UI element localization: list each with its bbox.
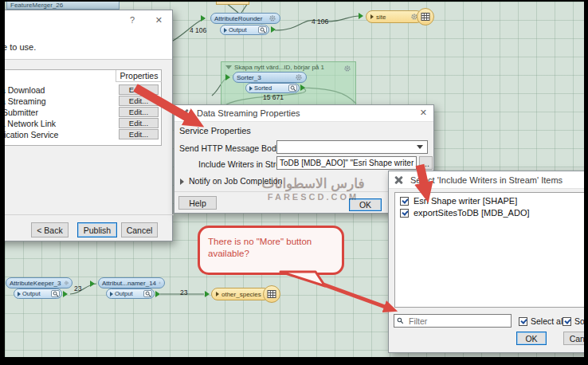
service-row-label: a Streaming — [1, 96, 46, 106]
dialog-title: Data Streaming Properties — [197, 108, 300, 118]
node-attribute-rounder[interactable]: AttributeRounder — [210, 13, 280, 24]
gear-icon[interactable] — [269, 14, 276, 22]
edge-count: 23 — [74, 285, 81, 292]
frame-border — [0, 357, 588, 365]
list-item[interactable]: Esri Shape writer [SHAPE] — [395, 193, 588, 206]
node-label: AttributeKeeper_3 — [10, 280, 61, 287]
edit-button-notification-service[interactable]: Edit... — [119, 129, 159, 139]
gear-icon[interactable] — [295, 73, 303, 81]
gear-icon[interactable] — [159, 279, 161, 287]
port-label: Output — [115, 290, 133, 297]
frame-border — [584, 0, 588, 365]
node-site-label: site — [376, 14, 386, 21]
port-output-renamer[interactable]: Output — [106, 288, 155, 299]
section-service-properties: Service Properties — [179, 126, 251, 135]
close-icon[interactable]: ✕ — [420, 108, 427, 118]
writer-item-label: exportSitesToDB [MDB_ADO] — [414, 208, 530, 218]
port-output-attribute-rounder[interactable]: Output — [220, 25, 269, 35]
port-label: Sorted — [254, 84, 272, 92]
writers-in-stream-field[interactable]: ToDB [MDB_ADO]" "Esri Shape writer [SHAP… — [276, 156, 417, 170]
node-attribute-rounder-label: AttributeRounder — [214, 15, 262, 22]
checkbox-checked-icon[interactable] — [519, 317, 527, 326]
node-sorter-label: Sorter_3 — [237, 74, 261, 81]
list-item[interactable]: exportSitesToDB [MDB_ADO] — [395, 206, 588, 219]
select-all-label: Select all — [531, 316, 565, 326]
gear-icon[interactable] — [343, 65, 351, 73]
browse-writers-button[interactable]: ... — [419, 156, 433, 170]
chevron-down-icon — [417, 145, 423, 149]
back-button[interactable]: < Back — [31, 222, 69, 237]
port-arrow-icon — [110, 292, 113, 296]
checkbox-checked-icon[interactable] — [400, 209, 409, 218]
table-inspect-icon[interactable] — [417, 8, 434, 26]
port-arrow-icon — [18, 292, 21, 296]
magnifier-icon[interactable] — [51, 290, 60, 297]
port-output-keeper[interactable]: Output — [14, 288, 62, 299]
node-feature-merger[interactable]: FeatureMerger_26 — [6, 1, 120, 10]
wizard-description: e to use. — [2, 42, 36, 52]
magnifier-icon[interactable] — [143, 290, 152, 297]
dialog-title: Select 'Include Writers in Stream' Items — [410, 175, 563, 185]
edit-button-data-streaming[interactable]: Edit... — [119, 96, 159, 106]
help-button[interactable]: Help — [178, 196, 217, 210]
group-title: Skapa nytt värd...ID, börjar på 1 — [225, 64, 324, 71]
close-icon[interactable]: ✕ — [155, 15, 163, 26]
filter-box[interactable] — [394, 314, 512, 328]
notify-section-label[interactable]: Notify on Job Completion — [189, 176, 282, 186]
select-writers-dialog: Select 'Include Writers in Stream' Items… — [388, 171, 588, 353]
frame-border — [0, 0, 588, 2]
node-attribute-keeper-3[interactable]: AttributeKeeper_3 — [6, 277, 73, 288]
chevron-right-icon[interactable] — [180, 179, 184, 185]
ok-button[interactable]: OK — [349, 198, 382, 211]
service-row-label: tification Service — [0, 130, 58, 139]
service-row-label: L Network Link — [1, 119, 56, 128]
magnifier-icon[interactable] — [288, 84, 297, 92]
edit-button-kml-network-link[interactable]: Edit... — [119, 118, 159, 128]
node-other-species-writer[interactable]: other_species — [211, 288, 270, 300]
gear-icon[interactable] — [64, 279, 69, 287]
port-arrow-icon — [249, 86, 253, 91]
node-sorter-3[interactable]: Sorter_3 — [233, 72, 307, 83]
ok-button[interactable]: OK — [516, 332, 547, 345]
publish-button[interactable]: Publish — [77, 222, 117, 237]
tools-icon — [394, 175, 403, 185]
feature-arrow-icon — [216, 292, 219, 296]
node-site-writer[interactable]: site — [366, 10, 423, 23]
port-sorted[interactable]: Sorted — [245, 83, 300, 93]
column-header-properties: Properties — [116, 70, 162, 82]
edge-count: 4 106 — [190, 26, 206, 34]
collapse-triangle-icon[interactable] — [225, 65, 232, 69]
checkbox-checked-icon[interactable] — [400, 197, 409, 206]
select-all-control[interactable]: Select all — [519, 316, 565, 326]
checkbox-checked-icon[interactable] — [563, 317, 571, 326]
edge-count: 23 — [180, 288, 187, 296]
edge-count: 4 106 — [312, 18, 328, 26]
node-attribute-renamer-14[interactable]: Attribut...namer_14 — [98, 277, 165, 288]
writers-list[interactable]: Esri Shape writer [SHAPE] exportSitesToD… — [394, 192, 588, 308]
annotation-callout: There is no "More" button available? — [198, 226, 344, 275]
service-row-label: Submitter — [2, 108, 38, 117]
node-label: Attribut...namer_14 — [102, 280, 156, 287]
magnifier-icon[interactable] — [258, 26, 267, 33]
http-body-dropdown[interactable] — [276, 140, 428, 154]
screenshot-frame: FeatureMerger_26 AttributeRounder Output… — [0, 0, 588, 365]
table-inspect-icon[interactable] — [263, 285, 280, 303]
edit-button-data-download[interactable]: Edit... — [119, 84, 159, 95]
cancel-button[interactable]: Cancel — [121, 222, 158, 237]
help-icon[interactable]: ? — [130, 15, 135, 25]
node-feature-merger-label: FeatureMerger_26 — [10, 2, 63, 9]
port-arrow-icon — [224, 28, 227, 33]
writer-item-label: Esri Shape writer [SHAPE] — [414, 196, 517, 206]
edge-count: 15 671 — [263, 93, 284, 101]
search-icon — [397, 317, 404, 324]
port-label: Output — [22, 290, 41, 297]
publish-wizard-dialog: ? ✕ e to use. Properties a Download Edit… — [0, 10, 173, 241]
feature-arrow-icon — [370, 14, 374, 19]
tools-icon — [179, 108, 189, 118]
node-other-species-label: other_species — [221, 291, 261, 298]
frame-border — [0, 0, 5, 365]
service-row-label: a Download — [1, 85, 45, 95]
port-label: Output — [229, 26, 247, 33]
edit-button-job-submitter[interactable]: Edit... — [119, 107, 159, 117]
filter-input[interactable] — [407, 316, 503, 327]
